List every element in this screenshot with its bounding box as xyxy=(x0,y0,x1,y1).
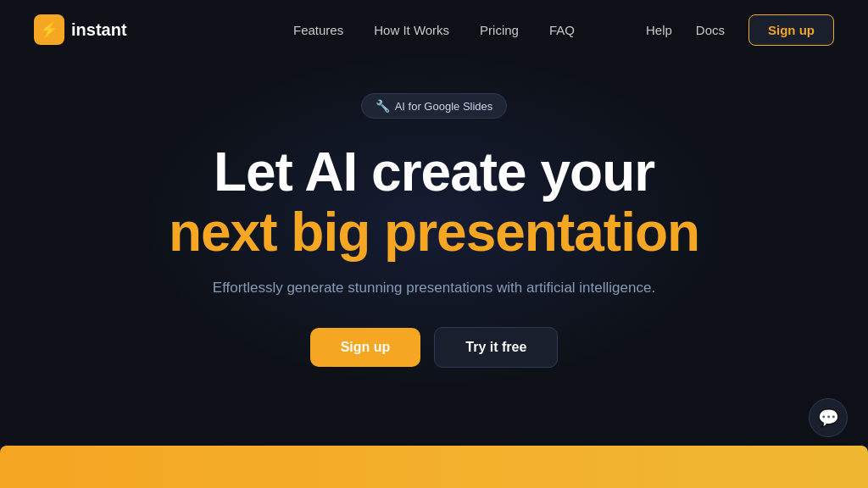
hero-title-line2: next big presentation xyxy=(169,202,699,264)
hero-buttons: Sign up Try it free xyxy=(310,327,559,368)
nav-link-docs[interactable]: Docs xyxy=(696,23,725,37)
logo-icon: ⚡ xyxy=(34,14,64,45)
hero-try-free-button[interactable]: Try it free xyxy=(434,327,558,368)
bottom-strip xyxy=(0,446,868,488)
nav-center-links: Features How It Works Pricing FAQ xyxy=(293,23,575,37)
logo-text: instant xyxy=(71,20,127,40)
nav-link-features[interactable]: Features xyxy=(293,23,343,37)
badge: 🔧 AI for Google Slides xyxy=(361,93,508,119)
nav-link-how-it-works[interactable]: How It Works xyxy=(374,23,449,37)
hero-signup-button[interactable]: Sign up xyxy=(310,328,421,367)
nav-link-help[interactable]: Help xyxy=(646,23,672,37)
badge-icon: 🔧 xyxy=(376,99,390,113)
logo[interactable]: ⚡ instant xyxy=(34,14,127,45)
hero-subtitle: Effortlessly generate stunning presentat… xyxy=(213,280,655,297)
navigation: ⚡ instant Features How It Works Pricing … xyxy=(0,0,868,59)
hero-title-line1: Let AI create your xyxy=(214,142,654,202)
nav-link-pricing[interactable]: Pricing xyxy=(480,23,519,37)
badge-text: AI for Google Slides xyxy=(395,100,493,113)
hero-section: 🔧 AI for Google Slides Let AI create you… xyxy=(0,59,868,368)
nav-right-links: Help Docs Sign up xyxy=(646,14,834,46)
nav-link-faq[interactable]: FAQ xyxy=(549,23,575,37)
chat-icon: 💬 xyxy=(818,408,839,428)
nav-signup-button[interactable]: Sign up xyxy=(748,14,834,46)
logo-lightning: ⚡ xyxy=(40,20,58,39)
chat-button[interactable]: 💬 xyxy=(809,398,848,437)
